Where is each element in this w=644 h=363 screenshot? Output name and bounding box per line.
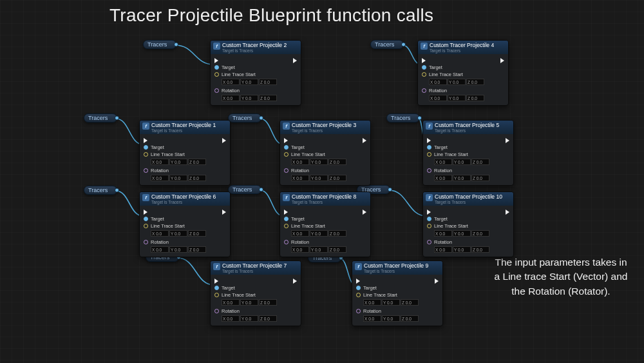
function-node[interactable]: fCustom Tracer Projectile 1Target is Tra… <box>139 120 231 186</box>
rot-y-input[interactable]: Y 0.0 <box>240 95 258 101</box>
vec-z-input[interactable]: Z 0.0 <box>188 159 206 165</box>
vec-y-input[interactable]: Y 0.0 <box>453 230 471 237</box>
rotator-pin[interactable] <box>284 168 289 173</box>
node-header[interactable]: fCustom Tracer Projectile 5Target is Tra… <box>423 121 513 134</box>
target-pin[interactable] <box>422 65 426 70</box>
exec-pin-out[interactable] <box>363 210 366 215</box>
rot-x-input[interactable]: X 0.0 <box>222 95 240 101</box>
output-pin[interactable] <box>115 188 119 193</box>
rot-z-input[interactable]: Z 0.0 <box>259 95 277 101</box>
output-pin[interactable] <box>388 188 392 192</box>
rotator-pin[interactable] <box>427 240 431 244</box>
exec-pin-in[interactable] <box>422 58 426 63</box>
rot-x-input[interactable]: X 0.0 <box>363 315 381 322</box>
vec-x-input[interactable]: X 0.0 <box>151 230 169 237</box>
rot-z-input[interactable]: Z 0.0 <box>471 246 489 253</box>
exec-pin-in[interactable] <box>144 210 147 215</box>
vec-z-input[interactable]: Z 0.0 <box>259 79 277 85</box>
rotator-pin[interactable] <box>144 168 148 173</box>
vec-y-input[interactable]: Y 0.0 <box>382 299 400 306</box>
tracer-variable-node[interactable]: Tracers <box>386 113 420 123</box>
vec-x-input[interactable]: X 0.0 <box>151 159 169 165</box>
rotator-pin[interactable] <box>214 309 219 313</box>
exec-pin-in[interactable] <box>144 138 147 143</box>
rot-x-input[interactable]: X 0.0 <box>429 95 447 101</box>
vec-x-input[interactable]: X 0.0 <box>434 159 452 165</box>
exec-pin-out[interactable] <box>506 138 509 143</box>
output-pin[interactable] <box>115 116 119 121</box>
rotator-pin[interactable] <box>356 309 361 313</box>
vec-x-input[interactable]: X 0.0 <box>434 230 452 237</box>
vec-x-input[interactable]: X 0.0 <box>429 79 447 85</box>
vec-z-input[interactable]: Z 0.0 <box>259 299 277 306</box>
rot-y-input[interactable]: Y 0.0 <box>382 315 400 322</box>
tracer-variable-node[interactable]: Tracers <box>84 113 117 123</box>
function-node[interactable]: fCustom Tracer Projectile 7Target is Tra… <box>210 260 301 326</box>
vec-z-input[interactable]: Z 0.0 <box>328 230 346 237</box>
rot-y-input[interactable]: Y 0.0 <box>453 175 471 181</box>
exec-pin-out[interactable] <box>293 279 297 284</box>
rot-y-input[interactable]: Y 0.0 <box>310 246 328 253</box>
node-header[interactable]: fCustom Tracer Projectile 3Target is Tra… <box>280 121 370 134</box>
function-node[interactable]: fCustom Tracer Projectile 8Target is Tra… <box>279 191 371 257</box>
vec-z-input[interactable]: Z 0.0 <box>401 299 419 306</box>
node-header[interactable]: fCustom Tracer Projectile 6Target is Tra… <box>140 192 230 206</box>
rot-y-input[interactable]: Y 0.0 <box>310 175 328 181</box>
exec-pin-in[interactable] <box>427 210 431 215</box>
rot-x-input[interactable]: X 0.0 <box>434 175 452 181</box>
node-header[interactable]: fCustom Tracer Projectile 1Target is Tra… <box>140 121 230 134</box>
vector-pin[interactable] <box>214 72 219 77</box>
rotator-pin[interactable] <box>144 240 148 244</box>
vector-pin[interactable] <box>144 152 148 157</box>
rotator-pin[interactable] <box>422 88 426 93</box>
vec-z-input[interactable]: Z 0.0 <box>188 230 206 237</box>
exec-pin-out[interactable] <box>222 210 226 215</box>
target-pin[interactable] <box>284 217 289 221</box>
target-pin[interactable] <box>427 217 431 221</box>
vec-x-input[interactable]: X 0.0 <box>222 299 240 306</box>
exec-pin-out[interactable] <box>506 210 509 215</box>
rot-z-input[interactable]: Z 0.0 <box>259 315 277 322</box>
function-node[interactable]: fCustom Tracer Projectile 10Target is Tr… <box>422 191 514 257</box>
tracer-variable-node[interactable]: Tracers <box>228 185 261 194</box>
vec-z-input[interactable]: Z 0.0 <box>328 159 346 165</box>
function-node[interactable]: fCustom Tracer Projectile 6Target is Tra… <box>139 191 231 257</box>
rotator-pin[interactable] <box>214 88 219 93</box>
vec-x-input[interactable]: X 0.0 <box>291 230 309 237</box>
node-header[interactable]: fCustom Tracer Projectile 2Target is Tra… <box>211 41 301 54</box>
vec-z-input[interactable]: Z 0.0 <box>471 159 489 165</box>
vec-y-input[interactable]: Y 0.0 <box>310 159 328 165</box>
exec-pin-out[interactable] <box>500 58 504 63</box>
output-pin[interactable] <box>259 188 263 192</box>
target-pin[interactable] <box>356 286 361 290</box>
tracer-variable-node[interactable]: Tracers <box>228 113 261 123</box>
function-node[interactable]: fCustom Tracer Projectile 4Target is Tra… <box>417 40 509 106</box>
vec-y-input[interactable]: Y 0.0 <box>240 79 258 85</box>
vec-y-input[interactable]: Y 0.0 <box>169 230 187 237</box>
function-node[interactable]: fCustom Tracer Projectile 2Target is Tra… <box>210 40 301 106</box>
rot-x-input[interactable]: X 0.0 <box>151 246 169 253</box>
node-header[interactable]: fCustom Tracer Projectile 9Target is Tra… <box>352 261 442 275</box>
target-pin[interactable] <box>427 145 431 150</box>
exec-pin-in[interactable] <box>284 138 288 143</box>
vector-pin[interactable] <box>214 293 219 297</box>
rot-z-input[interactable]: Z 0.0 <box>471 175 489 181</box>
target-pin[interactable] <box>214 65 219 70</box>
vec-y-input[interactable]: Y 0.0 <box>240 299 258 306</box>
output-pin[interactable] <box>259 116 263 121</box>
function-node[interactable]: fCustom Tracer Projectile 9Target is Tra… <box>352 260 443 326</box>
vec-y-input[interactable]: Y 0.0 <box>169 159 187 165</box>
output-pin[interactable] <box>174 43 178 47</box>
vector-pin[interactable] <box>144 224 148 228</box>
rot-z-input[interactable]: Z 0.0 <box>466 95 484 101</box>
exec-pin-out[interactable] <box>293 58 297 63</box>
rot-y-input[interactable]: Y 0.0 <box>169 175 187 181</box>
vector-pin[interactable] <box>422 72 426 77</box>
function-node[interactable]: fCustom Tracer Projectile 3Target is Tra… <box>279 120 371 186</box>
vec-y-input[interactable]: Y 0.0 <box>448 79 466 85</box>
rot-x-input[interactable]: X 0.0 <box>222 315 240 322</box>
rot-z-input[interactable]: Z 0.0 <box>188 175 206 181</box>
rot-z-input[interactable]: Z 0.0 <box>328 246 346 253</box>
vector-pin[interactable] <box>427 224 431 228</box>
exec-pin-in[interactable] <box>356 279 360 284</box>
